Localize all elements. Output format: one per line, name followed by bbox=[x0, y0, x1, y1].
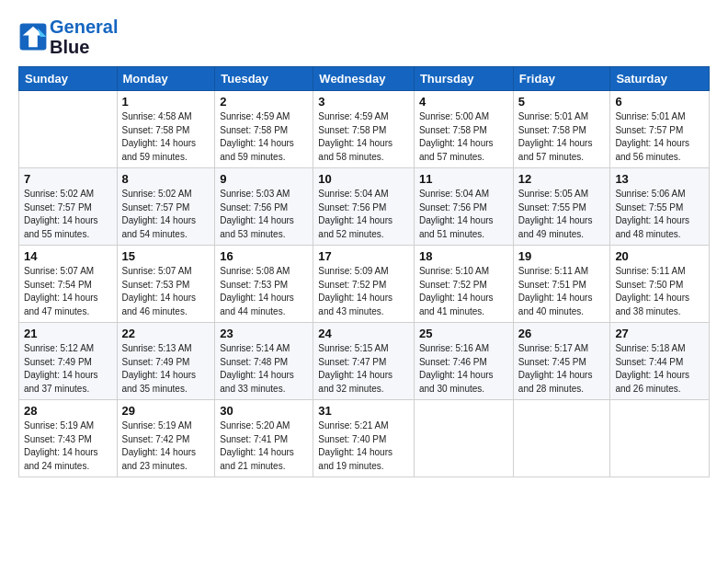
calendar-cell: 4Sunrise: 5:00 AM Sunset: 7:58 PM Daylig… bbox=[414, 91, 513, 168]
cell-content: Sunrise: 5:01 AM Sunset: 7:58 PM Dayligh… bbox=[518, 110, 606, 164]
day-number: 24 bbox=[318, 327, 409, 340]
cell-content: Sunrise: 5:13 AM Sunset: 7:49 PM Dayligh… bbox=[122, 342, 210, 396]
cell-content: Sunrise: 5:17 AM Sunset: 7:45 PM Dayligh… bbox=[518, 342, 606, 396]
cell-content: Sunrise: 5:04 AM Sunset: 7:56 PM Dayligh… bbox=[419, 188, 508, 241]
header: GeneralBlue bbox=[18, 17, 710, 57]
day-number: 8 bbox=[122, 172, 210, 186]
cell-content: Sunrise: 5:08 AM Sunset: 7:53 PM Dayligh… bbox=[220, 265, 308, 318]
week-row-5: 28Sunrise: 5:19 AM Sunset: 7:43 PM Dayli… bbox=[19, 400, 710, 477]
cell-content: Sunrise: 5:14 AM Sunset: 7:48 PM Dayligh… bbox=[220, 342, 308, 396]
day-number: 1 bbox=[122, 95, 210, 109]
cell-content: Sunrise: 4:58 AM Sunset: 7:58 PM Dayligh… bbox=[122, 110, 210, 164]
weekday-header-tuesday: Tuesday bbox=[215, 67, 313, 91]
weekday-header-monday: Monday bbox=[117, 67, 215, 91]
day-number: 5 bbox=[518, 95, 606, 109]
day-number: 29 bbox=[122, 404, 210, 418]
day-number: 20 bbox=[615, 249, 704, 263]
calendar-cell: 2Sunrise: 4:59 AM Sunset: 7:58 PM Daylig… bbox=[215, 91, 313, 168]
cell-content: Sunrise: 5:07 AM Sunset: 7:53 PM Dayligh… bbox=[122, 265, 210, 318]
cell-content: Sunrise: 5:12 AM Sunset: 7:49 PM Dayligh… bbox=[24, 342, 112, 396]
day-number: 6 bbox=[615, 95, 704, 109]
calendar-cell: 28Sunrise: 5:19 AM Sunset: 7:43 PM Dayli… bbox=[19, 400, 118, 477]
calendar-cell bbox=[19, 91, 118, 168]
week-row-4: 21Sunrise: 5:12 AM Sunset: 7:49 PM Dayli… bbox=[19, 323, 710, 400]
page: GeneralBlue SundayMondayTuesdayWednesday… bbox=[0, 0, 728, 487]
cell-content: Sunrise: 5:04 AM Sunset: 7:56 PM Dayligh… bbox=[318, 188, 409, 241]
calendar-cell: 10Sunrise: 5:04 AM Sunset: 7:56 PM Dayli… bbox=[313, 168, 415, 246]
week-row-3: 14Sunrise: 5:07 AM Sunset: 7:54 PM Dayli… bbox=[19, 246, 710, 323]
calendar-cell: 30Sunrise: 5:20 AM Sunset: 7:41 PM Dayli… bbox=[215, 400, 313, 477]
weekday-header-wednesday: Wednesday bbox=[313, 67, 415, 91]
cell-content: Sunrise: 5:01 AM Sunset: 7:57 PM Dayligh… bbox=[615, 110, 704, 164]
day-number: 21 bbox=[24, 327, 112, 340]
week-row-1: 1Sunrise: 4:58 AM Sunset: 7:58 PM Daylig… bbox=[19, 91, 710, 168]
day-number: 11 bbox=[419, 172, 508, 186]
calendar-cell: 12Sunrise: 5:05 AM Sunset: 7:55 PM Dayli… bbox=[513, 168, 610, 246]
calendar-cell: 26Sunrise: 5:17 AM Sunset: 7:45 PM Dayli… bbox=[513, 323, 610, 400]
day-number: 13 bbox=[615, 172, 704, 186]
calendar-cell: 17Sunrise: 5:09 AM Sunset: 7:52 PM Dayli… bbox=[313, 246, 415, 323]
day-number: 28 bbox=[24, 404, 112, 418]
week-row-2: 7Sunrise: 5:02 AM Sunset: 7:57 PM Daylig… bbox=[19, 168, 710, 246]
logo-text: GeneralBlue bbox=[50, 17, 118, 57]
calendar-cell: 3Sunrise: 4:59 AM Sunset: 7:58 PM Daylig… bbox=[313, 91, 415, 168]
cell-content: Sunrise: 5:07 AM Sunset: 7:54 PM Dayligh… bbox=[24, 265, 112, 318]
day-number: 23 bbox=[220, 327, 308, 340]
day-number: 10 bbox=[318, 172, 409, 186]
weekday-header-saturday: Saturday bbox=[610, 67, 710, 91]
day-number: 7 bbox=[24, 172, 112, 186]
day-number: 15 bbox=[122, 249, 210, 263]
calendar-cell bbox=[414, 400, 513, 477]
day-number: 27 bbox=[615, 327, 704, 340]
cell-content: Sunrise: 5:00 AM Sunset: 7:58 PM Dayligh… bbox=[419, 110, 508, 164]
calendar-cell: 1Sunrise: 4:58 AM Sunset: 7:58 PM Daylig… bbox=[117, 91, 215, 168]
calendar-cell bbox=[513, 400, 610, 477]
calendar-cell: 23Sunrise: 5:14 AM Sunset: 7:48 PM Dayli… bbox=[215, 323, 313, 400]
calendar-cell: 29Sunrise: 5:19 AM Sunset: 7:42 PM Dayli… bbox=[117, 400, 215, 477]
day-number: 31 bbox=[318, 404, 409, 418]
day-number: 26 bbox=[518, 327, 606, 340]
calendar-cell: 18Sunrise: 5:10 AM Sunset: 7:52 PM Dayli… bbox=[414, 246, 513, 323]
calendar-cell bbox=[610, 400, 710, 477]
calendar-cell: 14Sunrise: 5:07 AM Sunset: 7:54 PM Dayli… bbox=[19, 246, 118, 323]
calendar-cell: 25Sunrise: 5:16 AM Sunset: 7:46 PM Dayli… bbox=[414, 323, 513, 400]
calendar-cell: 27Sunrise: 5:18 AM Sunset: 7:44 PM Dayli… bbox=[610, 323, 710, 400]
logo: GeneralBlue bbox=[18, 17, 118, 57]
cell-content: Sunrise: 5:02 AM Sunset: 7:57 PM Dayligh… bbox=[24, 188, 112, 241]
day-number: 25 bbox=[419, 327, 508, 340]
day-number: 12 bbox=[518, 172, 606, 186]
cell-content: Sunrise: 5:15 AM Sunset: 7:47 PM Dayligh… bbox=[318, 342, 409, 396]
day-number: 3 bbox=[318, 95, 409, 109]
calendar-cell: 13Sunrise: 5:06 AM Sunset: 7:55 PM Dayli… bbox=[610, 168, 710, 246]
calendar-cell: 24Sunrise: 5:15 AM Sunset: 7:47 PM Dayli… bbox=[313, 323, 415, 400]
day-number: 14 bbox=[24, 249, 112, 263]
day-number: 17 bbox=[318, 249, 409, 263]
cell-content: Sunrise: 4:59 AM Sunset: 7:58 PM Dayligh… bbox=[220, 110, 308, 164]
day-number: 9 bbox=[220, 172, 308, 186]
weekday-header-row: SundayMondayTuesdayWednesdayThursdayFrid… bbox=[19, 67, 710, 91]
cell-content: Sunrise: 5:20 AM Sunset: 7:41 PM Dayligh… bbox=[220, 419, 308, 473]
calendar-cell: 31Sunrise: 5:21 AM Sunset: 7:40 PM Dayli… bbox=[313, 400, 415, 477]
calendar-cell: 20Sunrise: 5:11 AM Sunset: 7:50 PM Dayli… bbox=[610, 246, 710, 323]
cell-content: Sunrise: 5:10 AM Sunset: 7:52 PM Dayligh… bbox=[419, 265, 508, 318]
calendar-cell: 5Sunrise: 5:01 AM Sunset: 7:58 PM Daylig… bbox=[513, 91, 610, 168]
weekday-header-thursday: Thursday bbox=[414, 67, 513, 91]
calendar-cell: 8Sunrise: 5:02 AM Sunset: 7:57 PM Daylig… bbox=[117, 168, 215, 246]
day-number: 22 bbox=[122, 327, 210, 340]
cell-content: Sunrise: 5:11 AM Sunset: 7:50 PM Dayligh… bbox=[615, 265, 704, 318]
calendar-cell: 6Sunrise: 5:01 AM Sunset: 7:57 PM Daylig… bbox=[610, 91, 710, 168]
calendar-cell: 11Sunrise: 5:04 AM Sunset: 7:56 PM Dayli… bbox=[414, 168, 513, 246]
calendar-table: SundayMondayTuesdayWednesdayThursdayFrid… bbox=[18, 66, 710, 477]
cell-content: Sunrise: 4:59 AM Sunset: 7:58 PM Dayligh… bbox=[318, 110, 409, 164]
calendar-cell: 22Sunrise: 5:13 AM Sunset: 7:49 PM Dayli… bbox=[117, 323, 215, 400]
day-number: 4 bbox=[419, 95, 508, 109]
day-number: 16 bbox=[220, 249, 308, 263]
cell-content: Sunrise: 5:19 AM Sunset: 7:42 PM Dayligh… bbox=[122, 419, 210, 473]
cell-content: Sunrise: 5:16 AM Sunset: 7:46 PM Dayligh… bbox=[419, 342, 508, 396]
cell-content: Sunrise: 5:21 AM Sunset: 7:40 PM Dayligh… bbox=[318, 419, 409, 473]
cell-content: Sunrise: 5:02 AM Sunset: 7:57 PM Dayligh… bbox=[122, 188, 210, 241]
calendar-cell: 21Sunrise: 5:12 AM Sunset: 7:49 PM Dayli… bbox=[19, 323, 118, 400]
day-number: 2 bbox=[220, 95, 308, 109]
calendar-cell: 19Sunrise: 5:11 AM Sunset: 7:51 PM Dayli… bbox=[513, 246, 610, 323]
day-number: 30 bbox=[220, 404, 308, 418]
